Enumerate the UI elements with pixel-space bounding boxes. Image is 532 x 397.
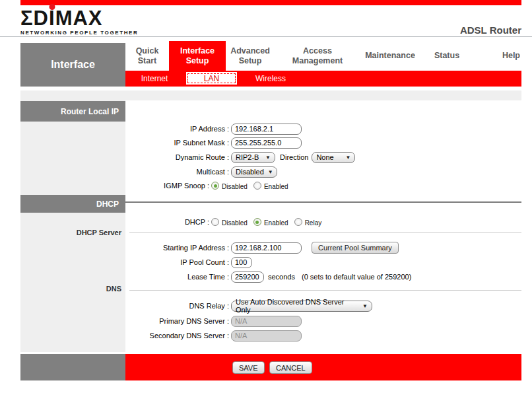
dynamic-route-label: Dynamic Route :: [125, 153, 231, 161]
tab-status[interactable]: Status: [429, 41, 465, 71]
dhcp-relay-radio[interactable]: [294, 218, 302, 226]
top-red-bar: [20, 0, 521, 5]
igmp-snoop-label: IGMP Snoop :: [125, 182, 211, 190]
dhcp-enabled-radio[interactable]: [253, 218, 261, 226]
logo-tagline: NETWORKING PEOPLE TOGETHER: [20, 30, 138, 36]
side-label-dns: DNS: [20, 285, 121, 293]
dns-divider: [129, 290, 521, 291]
subnav-internet[interactable]: Internet: [133, 71, 176, 87]
subnav-wireless[interactable]: Wireless: [249, 71, 292, 87]
dropdown-arrow-icon: ▼: [362, 303, 368, 309]
igmp-enabled-option-label: Enabled: [264, 183, 288, 190]
dhcp-divider: [125, 201, 521, 203]
secondary-dns-input: [231, 330, 302, 342]
adsl-router-lan-page: ΣDIMAX NETWORKING PEOPLE TOGETHER ADSL R…: [0, 0, 532, 397]
current-pool-summary-button[interactable]: Current Pool Summary: [312, 242, 399, 254]
logo-suffix: MAX: [55, 7, 103, 30]
row-dynamic-route: Dynamic Route : RIP2-B▼ Direction None▼: [125, 151, 528, 163]
lease-time-unit: seconds: [268, 273, 295, 281]
dhcp-relay-option-label: Relay: [305, 219, 322, 227]
ip-pool-count-input[interactable]: [231, 257, 252, 268]
section-header-dhcp: DHCP: [20, 195, 125, 213]
product-title: ADSL Router: [460, 24, 521, 36]
igmp-enabled-radio[interactable]: [253, 182, 261, 190]
primary-dns-label: Primary DNS Server :: [125, 317, 231, 325]
secondary-dns-label: Secondary DNS Server :: [125, 332, 231, 340]
dropdown-arrow-icon: ▼: [265, 155, 271, 161]
sidebar-section-title: Interface: [20, 43, 125, 87]
row-multicast: Multicast : Disabled▼: [125, 166, 528, 178]
cancel-button[interactable]: CANCEL: [269, 361, 312, 374]
edimax-logo-text: ΣDIMAX: [20, 7, 138, 30]
row-lease-time: Lease Time : seconds (0 sets to default …: [125, 271, 528, 283]
logo-i: I: [49, 7, 55, 30]
main-nav: Quick Start Interface Setup Advanced Set…: [125, 41, 521, 71]
row-igmp-snoop: IGMP Snoop : Disabled Enabled: [125, 180, 528, 192]
igmp-disabled-radio[interactable]: [211, 182, 219, 190]
row-secondary-dns: Secondary DNS Server :: [125, 330, 528, 342]
direction-select[interactable]: None▼: [312, 152, 355, 163]
subnet-mask-label: IP Subnet Mask :: [125, 139, 231, 147]
row-dhcp-mode: DHCP : Disabled Enabled Relay: [125, 216, 528, 228]
tab-maintenance[interactable]: Maintenance: [354, 41, 426, 71]
dhcp-disabled-radio[interactable]: [211, 218, 219, 226]
dynamic-route-select[interactable]: RIP2-B▼: [231, 152, 275, 163]
starting-ip-label: Starting IP Address :: [125, 244, 231, 252]
edimax-logo: ΣDIMAX NETWORKING PEOPLE TOGETHER: [20, 7, 138, 36]
ip-address-label: IP Address :: [125, 125, 231, 133]
tab-help[interactable]: Help: [465, 41, 521, 71]
side-label-dhcp-server: DHCP Server: [20, 229, 121, 236]
ip-pool-count-label: IP Pool Count :: [125, 258, 231, 266]
footer-red-bar: [125, 354, 521, 380]
tab-quick-start[interactable]: Quick Start: [125, 41, 169, 71]
subnav-lan[interactable]: LAN: [186, 72, 237, 85]
dns-relay-label: DNS Relay :: [125, 302, 231, 310]
tab-access-management[interactable]: Access Management: [281, 41, 354, 71]
ip-address-input[interactable]: [231, 124, 302, 135]
primary-dns-input: [231, 316, 302, 327]
multicast-select[interactable]: Disabled▼: [231, 166, 277, 178]
row-ip-address: IP Address :: [125, 123, 528, 135]
row-starting-ip: Starting IP Address : Current Pool Summa…: [125, 242, 528, 254]
dhcp-server-divider: [129, 232, 521, 233]
section-header-router-local-ip: Router Local IP: [20, 101, 125, 122]
row-subnet-mask: IP Subnet Mask :: [125, 137, 528, 149]
tab-advanced-setup[interactable]: Advanced Setup: [226, 41, 275, 71]
sub-nav: Internet LAN Wireless: [125, 71, 521, 87]
starting-ip-input[interactable]: [231, 242, 302, 254]
content-top-band: [20, 90, 521, 100]
direction-label: Direction: [280, 153, 308, 161]
dns-relay-select[interactable]: Use Auto Discovered DNS Server Only▼: [231, 301, 372, 312]
multicast-label: Multicast :: [125, 168, 231, 176]
lease-time-note: (0 sets to default value of 259200): [302, 273, 411, 281]
left-column-panel: [20, 100, 125, 352]
footer-gray-block: [20, 354, 125, 380]
row-ip-pool-count: IP Pool Count :: [125, 256, 528, 268]
header-divider: [0, 36, 532, 37]
save-button[interactable]: SAVE: [232, 361, 265, 374]
dropdown-arrow-icon: ▼: [345, 155, 350, 161]
logo-red-dot-icon: [49, 4, 55, 10]
subnet-mask-input[interactable]: [231, 137, 302, 149]
row-primary-dns: Primary DNS Server :: [125, 315, 528, 327]
lease-time-label: Lease Time :: [125, 273, 231, 281]
tab-interface-setup[interactable]: Interface Setup: [169, 41, 226, 71]
dropdown-arrow-icon: ▼: [268, 169, 273, 175]
dhcp-mode-label: DHCP :: [125, 218, 211, 226]
igmp-disabled-option-label: Disabled: [222, 183, 248, 190]
row-dns-relay: DNS Relay : Use Auto Discovered DNS Serv…: [125, 300, 528, 312]
dhcp-enabled-option-label: Enabled: [264, 219, 288, 227]
logo-prefix: ΣD: [20, 7, 49, 30]
lease-time-input[interactable]: [231, 271, 264, 283]
dhcp-disabled-option-label: Disabled: [222, 219, 248, 227]
